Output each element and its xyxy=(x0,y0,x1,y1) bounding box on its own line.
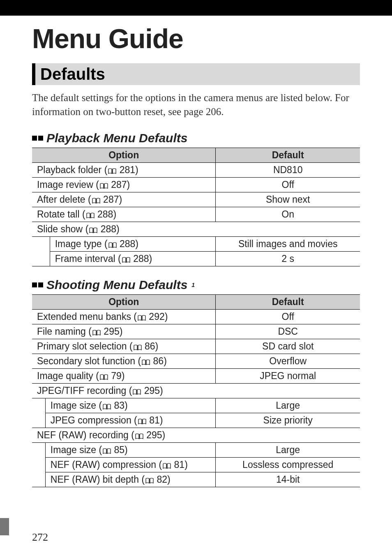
page-ref-icon xyxy=(103,448,111,454)
sub-option-cell: Image type ( 288) xyxy=(50,236,216,251)
option-cell: Image quality ( 79) xyxy=(32,368,216,383)
page-ref-icon xyxy=(122,257,130,263)
table-row: File naming ( 295)DSC xyxy=(32,324,360,339)
indent-cell xyxy=(32,236,50,251)
page-title: Menu Guide xyxy=(32,23,360,54)
table-row: Image quality ( 79)JPEG normal xyxy=(32,368,360,383)
bullet-squares-icon xyxy=(32,282,43,287)
indent-cell xyxy=(32,442,45,457)
option-cell: After delete ( 287) xyxy=(32,192,216,207)
page-ref-icon xyxy=(92,330,101,336)
table-row: Primary slot selection ( 86)SD card slot xyxy=(32,339,360,354)
indent-cell xyxy=(32,457,45,472)
page-ref-icon xyxy=(100,374,108,380)
default-cell: Lossless compressed xyxy=(216,457,360,472)
page-reference: ( 85) xyxy=(99,444,127,455)
playback-defaults-table: Option Default Playback folder ( 281)ND8… xyxy=(32,148,360,266)
table-row: NEF (RAW) bit depth ( 82)14-bit xyxy=(32,472,360,487)
table-row: JPEG/TIFF recording ( 295) xyxy=(32,383,360,398)
table-row: Image review ( 287)Off xyxy=(32,177,360,192)
table-row: After delete ( 287)Show next xyxy=(32,192,360,207)
page-reference: ( 292) xyxy=(134,311,168,322)
table-row: NEF (RAW) compression ( 81)Lossless comp… xyxy=(32,457,360,472)
table-row: Playback folder ( 281)ND810 xyxy=(32,162,360,177)
indent-cell xyxy=(32,251,50,266)
group-cell: Slide show ( 288) xyxy=(32,222,360,236)
page-ref-icon xyxy=(142,359,150,365)
page-reference: ( 288) xyxy=(82,209,116,220)
playback-subheading-text: Playback Menu Defaults xyxy=(46,131,187,145)
default-cell: JPEG normal xyxy=(216,368,360,383)
option-cell: Secondary slot function ( 86) xyxy=(32,354,216,368)
page-reference: ( 288) xyxy=(118,253,152,264)
table-row: Image size ( 83)Large xyxy=(32,398,360,413)
default-cell: Show next xyxy=(216,192,360,207)
default-cell: Off xyxy=(216,177,360,192)
shooting-defaults-table: Option Default Extended menu banks ( 292… xyxy=(32,294,360,487)
table-row: Secondary slot function ( 86)Overflow xyxy=(32,354,360,368)
page-ref-icon xyxy=(108,242,117,248)
page-reference: ( 83) xyxy=(99,400,127,411)
page-ref-icon xyxy=(89,227,97,233)
top-black-bar xyxy=(0,0,392,16)
page-reference: ( 287) xyxy=(88,194,122,205)
default-cell: Large xyxy=(216,442,360,457)
section-heading: Defaults xyxy=(32,63,360,85)
table-header-row: Option Default xyxy=(32,148,360,162)
intro-paragraph: The default settings for the options in … xyxy=(32,91,360,119)
group-cell: NEF (RAW) recording ( 295) xyxy=(32,428,360,442)
page-ref-icon xyxy=(138,315,146,321)
page-ref-icon xyxy=(138,419,146,424)
page-ref-icon xyxy=(108,168,116,174)
shooting-subheading-text: Shooting Menu Defaults xyxy=(46,278,187,292)
indent-cell xyxy=(32,398,45,413)
default-cell: 14-bit xyxy=(216,472,360,487)
page-ref-icon xyxy=(103,404,111,410)
table-row: Image type ( 288)Still images and movies xyxy=(32,236,360,251)
page-ref-icon xyxy=(134,345,142,350)
default-cell: Overflow xyxy=(216,354,360,368)
page-ref-icon xyxy=(163,463,171,469)
option-cell: Image review ( 287) xyxy=(32,177,216,192)
page-content: Menu Guide Defaults The default settings… xyxy=(0,16,392,487)
default-cell: Still images and movies xyxy=(216,236,360,251)
column-header-default: Default xyxy=(216,148,360,162)
page-reference: ( 288) xyxy=(85,224,120,234)
page-reference: ( 281) xyxy=(104,164,138,175)
shooting-subheading: Shooting Menu Defaults 1 xyxy=(32,278,360,292)
default-cell: Size priority xyxy=(216,413,360,428)
table-row: JPEG compression ( 81)Size priority xyxy=(32,413,360,428)
page-reference: ( 288) xyxy=(104,238,138,249)
column-header-option: Option xyxy=(32,294,216,309)
playback-subheading: Playback Menu Defaults xyxy=(32,131,360,145)
page-reference: ( 82) xyxy=(141,474,170,485)
sub-option-cell: Image size ( 85) xyxy=(45,442,216,457)
footnote-marker: 1 xyxy=(191,282,195,288)
page-reference: ( 295) xyxy=(88,326,122,337)
indent-cell xyxy=(32,413,45,428)
sub-option-cell: JPEG compression ( 81) xyxy=(45,413,216,428)
column-header-default: Default xyxy=(216,294,360,309)
default-cell: On xyxy=(216,207,360,222)
sub-option-cell: Image size ( 83) xyxy=(45,398,216,413)
table-row: NEF (RAW) recording ( 295) xyxy=(32,428,360,442)
indent-cell xyxy=(32,472,45,487)
bullet-squares-icon xyxy=(32,136,43,141)
default-cell: Large xyxy=(216,398,360,413)
page-ref-icon xyxy=(86,213,95,218)
page-reference: ( 86) xyxy=(129,341,158,352)
option-cell: File naming ( 295) xyxy=(32,324,216,339)
column-header-option: Option xyxy=(32,148,216,162)
sub-option-cell: NEF (RAW) bit depth ( 82) xyxy=(45,472,216,487)
page-reference: ( 79) xyxy=(96,370,125,381)
page-reference: ( 287) xyxy=(96,179,130,190)
option-cell: Playback folder ( 281) xyxy=(32,162,216,177)
option-cell: Extended menu banks ( 292) xyxy=(32,309,216,324)
table-row: Image size ( 85)Large xyxy=(32,442,360,457)
default-cell: DSC xyxy=(216,324,360,339)
page-ref-icon xyxy=(92,198,100,204)
page-reference: ( 86) xyxy=(138,356,166,366)
page-ref-icon xyxy=(100,183,108,189)
table-row: Frame interval ( 288)2 s xyxy=(32,251,360,266)
group-cell: JPEG/TIFF recording ( 295) xyxy=(32,383,360,398)
